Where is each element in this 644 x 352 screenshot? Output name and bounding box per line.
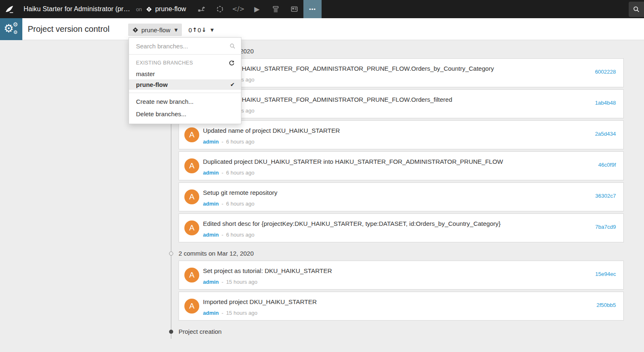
- commit-time: 6 hours ago: [226, 201, 255, 207]
- chevron-down-icon: ▼: [210, 28, 214, 32]
- meta-separator: -: [222, 170, 223, 176]
- branch-selector-label: prune-flow: [141, 26, 170, 34]
- commit-author-link[interactable]: admin: [203, 279, 219, 285]
- commit-history-panel: 6 commits on Mar 13, 2020 A HAIKU_STARTE…: [0, 40, 644, 352]
- commit-time: 6 hours ago: [226, 232, 255, 238]
- commit-message: HAIKU_STARTER_FOR_ADMINISTRATOR_PRUNE_FL…: [242, 96, 452, 103]
- commit-card[interactable]: A HAIKU_STARTER_FOR_ADMINISTRATOR_PRUNE_…: [179, 89, 624, 118]
- commit-card[interactable]: A Imported project DKU_HAIKU_STARTER adm…: [179, 292, 624, 321]
- branch-search-input[interactable]: [129, 43, 241, 50]
- jobs-icon[interactable]: [266, 0, 285, 18]
- avatar: A: [184, 158, 199, 173]
- commit-message: Set project as tutorial: DKU_HAIKU_START…: [203, 267, 332, 274]
- navbar-project-title[interactable]: Haiku Starter for Administrator (pr…: [24, 5, 130, 13]
- avatar: A: [184, 268, 199, 283]
- avatar: A: [184, 220, 199, 235]
- project-creation-node: Project creation: [179, 328, 624, 336]
- dropdown-divider: [129, 93, 241, 93]
- behind-count: 0: [198, 26, 201, 34]
- commit-hash-link[interactable]: 36302c7: [595, 193, 616, 199]
- ahead-count: 0: [188, 26, 192, 34]
- commit-author-link[interactable]: admin: [203, 310, 219, 316]
- navbar-on-label: on: [136, 6, 142, 12]
- check-icon: ✔: [230, 79, 235, 90]
- commit-group-header: 6 commits on Mar 13, 2020: [179, 47, 624, 55]
- create-branch-item[interactable]: Create new branch...: [129, 96, 241, 108]
- commit-hash-link[interactable]: 46c0f9f: [598, 162, 616, 168]
- flow-icon[interactable]: [192, 0, 210, 18]
- top-navbar: Haiku Starter for Administrator (pr… on …: [0, 0, 644, 18]
- commit-message: Updated name of project DKU_HAIKU_STARTE…: [203, 127, 340, 134]
- commit-hash-link[interactable]: 6002228: [595, 69, 616, 75]
- bird-icon: [4, 4, 15, 14]
- avatar: A: [184, 189, 199, 204]
- arrow-up-icon: ↑: [192, 26, 197, 33]
- commit-card[interactable]: A Setup git remote repository admin - 6 …: [179, 182, 624, 211]
- page-header: ⚙ ⚙ ⚙ Project version control prune-flow…: [0, 18, 644, 40]
- gears-icon: ⚙: [4, 23, 14, 34]
- commit-meta: admin - 15 hours ago: [203, 279, 258, 285]
- commit-card[interactable]: A Duplicated project DKU_HAIKU_STARTER i…: [179, 151, 624, 180]
- commit-meta: admin - 6 hours ago: [203, 170, 255, 176]
- settings-tile[interactable]: ⚙ ⚙ ⚙: [0, 18, 22, 40]
- commit-meta: admin - 15 hours ago: [203, 310, 258, 316]
- project-creation-label: Project creation: [179, 328, 222, 335]
- branch-name: master: [136, 69, 155, 79]
- lab-icon[interactable]: [210, 0, 229, 18]
- commit-card[interactable]: A HAIKU_STARTER_FOR_ADMINISTRATOR_PRUNE_…: [179, 58, 624, 87]
- git-branch-icon: [146, 6, 152, 12]
- commit-hash-link[interactable]: 7ba7cd9: [595, 224, 616, 230]
- commit-card[interactable]: A Edited short desc for {projectKey:DKU_…: [179, 213, 624, 242]
- commit-time: 6 hours ago: [226, 139, 255, 145]
- meta-separator: -: [222, 139, 223, 145]
- commit-author-link[interactable]: admin: [203, 201, 219, 207]
- commit-author-link[interactable]: admin: [203, 170, 219, 176]
- commit-hash-link[interactable]: 1ab4b48: [595, 100, 616, 106]
- commit-message: Duplicated project DKU_HAIKU_STARTER int…: [203, 158, 503, 165]
- more-menu-button[interactable]: •••: [303, 0, 322, 18]
- git-branch-icon: [132, 27, 138, 33]
- commit-group-header: 2 commits on Mar 12, 2020: [179, 249, 624, 258]
- code-icon[interactable]: </>: [229, 0, 248, 18]
- delete-branches-item[interactable]: Delete branches...: [129, 108, 241, 120]
- commit-card[interactable]: A Updated name of project DKU_HAIKU_STAR…: [179, 120, 624, 149]
- branch-search-row: [129, 38, 241, 55]
- existing-branches-label: EXISTING BRANCHES: [136, 60, 193, 66]
- commit-message: HAIKU_STARTER_FOR_ADMINISTRATOR_PRUNE_FL…: [242, 65, 494, 72]
- chevron-down-icon: ▼: [174, 28, 178, 32]
- commit-hash-link[interactable]: 2f50bb5: [596, 302, 616, 308]
- meta-separator: -: [222, 232, 223, 238]
- dataiku-logo-icon[interactable]: [0, 0, 19, 18]
- commit-meta: admin - 6 hours ago: [203, 232, 255, 238]
- navbar-icon-group: </> ▶ •••: [192, 0, 322, 18]
- commit-author-link[interactable]: admin: [203, 232, 219, 238]
- search-icon: [229, 43, 236, 51]
- commit-time: 15 hours ago: [226, 279, 258, 285]
- commit-author-link[interactable]: admin: [203, 139, 219, 145]
- existing-branches-section: EXISTING BRANCHES: [129, 57, 241, 69]
- commit-meta: admin - 6 hours ago: [203, 201, 255, 207]
- commit-timeline-content: 6 commits on Mar 13, 2020 A HAIKU_STARTE…: [179, 40, 624, 336]
- search-button[interactable]: [629, 2, 644, 17]
- meta-separator: -: [222, 279, 223, 285]
- search-icon: [633, 6, 640, 13]
- commit-message: Imported project DKU_HAIKU_STARTER: [203, 298, 317, 305]
- git-sync-counter[interactable]: 0 ↑ 0 ↓ ▼: [188, 24, 214, 36]
- commit-group-label: 2 commits on Mar 12, 2020: [179, 250, 254, 257]
- gear-tiny-icon: ⚙: [13, 30, 18, 35]
- refresh-icon[interactable]: [229, 60, 235, 66]
- branch-name: prune-flow: [136, 79, 168, 90]
- page-title: Project version control: [28, 24, 110, 34]
- commit-time: 15 hours ago: [226, 310, 258, 316]
- commit-hash-link[interactable]: 2a5d434: [595, 131, 616, 137]
- branch-selector-button[interactable]: prune-flow ▼: [128, 24, 182, 36]
- arrow-down-icon: ↓: [201, 26, 206, 33]
- commit-hash-link[interactable]: 15e94ec: [595, 271, 616, 277]
- meta-separator: -: [222, 310, 223, 316]
- branch-item-master[interactable]: master: [129, 69, 241, 79]
- dashboard-icon[interactable]: [285, 0, 303, 18]
- commit-card[interactable]: A Set project as tutorial: DKU_HAIKU_STA…: [179, 261, 624, 290]
- branch-item-prune-flow[interactable]: prune-flow ✔: [129, 79, 241, 90]
- play-icon[interactable]: ▶: [248, 0, 266, 18]
- navbar-branch-chip[interactable]: prune-flow: [146, 5, 186, 13]
